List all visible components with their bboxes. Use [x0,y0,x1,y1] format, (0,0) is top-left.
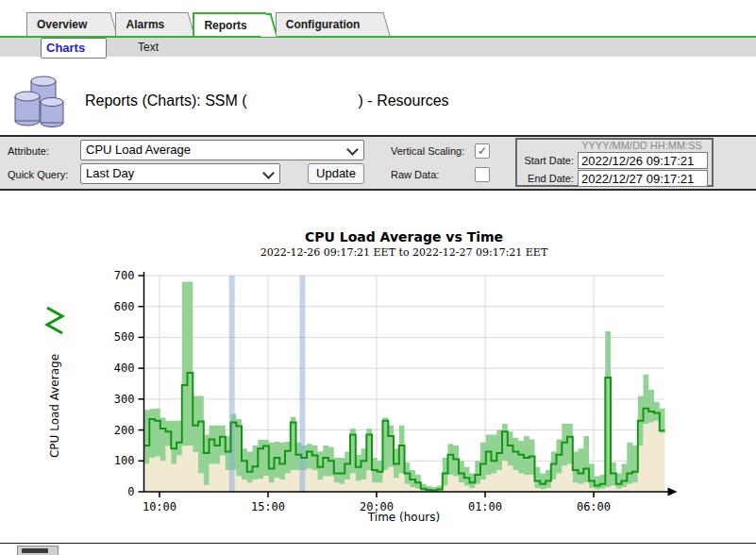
raw-data-checkbox[interactable] [475,167,490,182]
date-range-box: YYYY/MM/DD HH:MM:SS Start Date: End Date… [515,138,714,187]
start-date-input[interactable] [578,152,708,169]
svg-text:10:00: 10:00 [143,500,176,513]
chevron-down-icon [346,143,359,156]
page-title-suffix: ) - Resources [359,92,449,109]
y-axis-label: CPU Load Average [48,354,61,458]
svg-text:0: 0 [127,485,134,498]
chart-plot-area: 010020030040050060070010:0015:0020:0001:… [114,269,678,513]
svg-text:01:00: 01:00 [468,500,502,513]
cpu-load-chart: 010020030040050060070010:0015:0020:0001:… [0,225,756,536]
chevron-down-icon [262,167,275,179]
page-title: Reports (Charts): SSM () - Resources [85,92,449,109]
subtab-text[interactable]: Text [138,38,159,57]
svg-text:700: 700 [114,269,135,282]
quick-query-label: Quick Query: [8,169,68,180]
tab-underline [0,36,756,38]
database-icon [13,76,77,130]
quick-query-select[interactable]: Last Day [80,163,280,184]
end-date-input[interactable] [578,170,708,187]
tab-reports[interactable]: Reports [193,12,265,36]
tab-alarms-label: Alarms [126,18,165,31]
attribute-select-value: CPU Load Average [86,143,191,157]
end-date-label: End Date: [517,173,574,184]
svg-text:06:00: 06:00 [577,500,611,513]
tab-overview-label: Overview [37,18,87,31]
report-controls: Attribute: CPU Load Average Quick Query:… [0,135,756,191]
tab-configuration-label: Configuration [286,18,361,31]
svg-text:200: 200 [114,424,135,437]
date-format-hint: YYYY/MM/DD HH:MM:SS [576,140,708,151]
reports-charts-page: Overview Alarms Reports Configuration Ch… [0,0,756,555]
taskbar-window-icon[interactable] [17,546,59,555]
update-button[interactable]: Update [308,163,364,184]
svg-text:600: 600 [114,300,135,313]
chart-title: CPU Load Average vs Time [305,229,503,244]
svg-text:400: 400 [114,362,135,375]
main-tab-bar: Overview Alarms Reports Configuration [26,12,378,36]
svg-text:100: 100 [114,454,135,467]
attribute-select[interactable]: CPU Load Average [80,140,364,160]
tab-overview[interactable]: Overview [26,12,106,36]
sub-tab-bar: Charts Text [0,38,756,57]
tab-configuration[interactable]: Configuration [276,12,379,36]
attribute-label: Attribute: [8,145,49,157]
subtab-charts[interactable]: Charts [41,38,107,59]
vertical-scaling-label: Vertical Scaling: [391,145,464,157]
legend-line-icon [47,308,62,333]
x-axis-label: Time (hours) [367,511,440,524]
quick-query-select-value: Last Day [86,166,134,180]
svg-text:300: 300 [114,393,135,406]
svg-text:500: 500 [114,330,135,344]
vertical-scaling-checkbox[interactable]: ✓ [475,143,490,159]
tab-alarms[interactable]: Alarms [115,12,183,36]
chart-subtitle: 2022-12-26 09:17:21 EET to 2022-12-27 09… [260,246,548,259]
bottom-divider [0,543,756,544]
start-date-label: Start Date: [517,155,574,166]
raw-data-label: Raw Data: [391,169,439,180]
tab-reports-label: Reports [204,19,246,32]
taskbar-window-icon-inner [22,548,48,553]
page-title-prefix: Reports (Charts): SSM ( [85,92,247,109]
svg-text:15:00: 15:00 [251,500,285,513]
